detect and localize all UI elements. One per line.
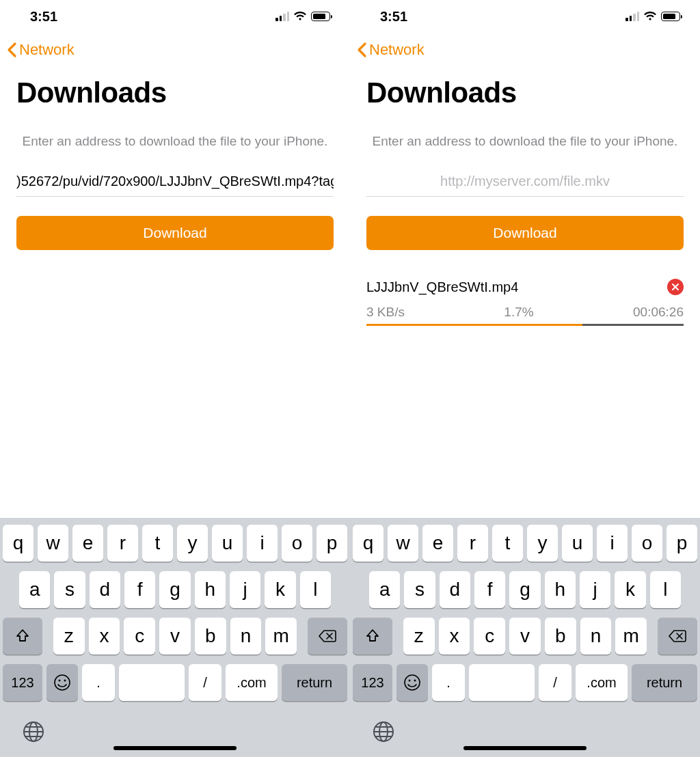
key-b[interactable]: b xyxy=(545,618,576,655)
download-filename: LJJJbnV_QBreSWtI.mp4 xyxy=(366,279,518,295)
emoji-key[interactable] xyxy=(46,664,78,701)
key-z[interactable]: z xyxy=(53,618,85,655)
key-h[interactable]: h xyxy=(195,571,226,608)
shift-icon xyxy=(15,629,30,644)
return-key[interactable]: return xyxy=(282,664,347,701)
download-item: LJJJbnV_QBreSWtI.mp4 3 KB/s 1.7% 00:06:2… xyxy=(350,279,700,326)
key-y[interactable]: y xyxy=(527,525,558,562)
key-g[interactable]: g xyxy=(159,571,190,608)
shift-key[interactable] xyxy=(353,618,392,655)
space-key[interactable] xyxy=(469,664,535,701)
key-w[interactable]: w xyxy=(38,525,68,562)
key-u[interactable]: u xyxy=(562,525,593,562)
key-t[interactable]: t xyxy=(142,525,173,562)
key-v[interactable]: v xyxy=(159,618,191,655)
home-indicator[interactable] xyxy=(463,746,587,750)
key-n[interactable]: n xyxy=(230,618,262,655)
key-q[interactable]: q xyxy=(3,525,33,562)
page-title: Downloads xyxy=(366,77,684,109)
download-button[interactable]: Download xyxy=(366,216,684,250)
dotcom-key[interactable]: .com xyxy=(226,664,278,701)
key-p[interactable]: p xyxy=(667,525,697,562)
backspace-key[interactable] xyxy=(308,618,347,655)
key-t[interactable]: t xyxy=(492,525,523,562)
key-x[interactable]: x xyxy=(439,618,470,655)
back-button[interactable]: Network xyxy=(7,41,75,59)
key-p[interactable]: p xyxy=(317,525,347,562)
key-c[interactable]: c xyxy=(124,618,155,655)
globe-icon[interactable] xyxy=(22,720,45,746)
key-j[interactable]: j xyxy=(580,571,610,608)
key-a[interactable]: a xyxy=(369,571,400,608)
key-q[interactable]: q xyxy=(353,525,383,562)
key-i[interactable]: i xyxy=(597,525,628,562)
emoji-icon xyxy=(53,674,71,691)
cellular-icon xyxy=(275,12,289,21)
hint-text: Enter an address to download the file to… xyxy=(366,134,684,149)
backspace-key[interactable] xyxy=(658,618,697,655)
wifi-icon xyxy=(643,12,657,21)
key-m[interactable]: m xyxy=(615,618,647,655)
home-indicator[interactable] xyxy=(113,746,237,750)
key-o[interactable]: o xyxy=(282,525,312,562)
key-f[interactable]: f xyxy=(474,571,505,608)
key-r[interactable]: r xyxy=(107,525,138,562)
key-b[interactable]: b xyxy=(195,618,226,655)
key-y[interactable]: y xyxy=(177,525,208,562)
key-w[interactable]: w xyxy=(388,525,418,562)
key-f[interactable]: f xyxy=(124,571,155,608)
backspace-icon xyxy=(318,629,337,643)
nav-bar: Network xyxy=(0,33,350,67)
globe-icon[interactable] xyxy=(372,720,395,746)
url-input[interactable] xyxy=(366,169,684,197)
key-c[interactable]: c xyxy=(474,618,505,655)
period-key[interactable]: . xyxy=(432,664,465,701)
key-v[interactable]: v xyxy=(509,618,541,655)
key-l[interactable]: l xyxy=(650,571,681,608)
key-s[interactable]: s xyxy=(54,571,85,608)
download-button[interactable]: Download xyxy=(16,216,334,250)
key-k[interactable]: k xyxy=(615,571,645,608)
key-r[interactable]: r xyxy=(457,525,488,562)
return-key[interactable]: return xyxy=(632,664,697,701)
key-l[interactable]: l xyxy=(300,571,331,608)
key-j[interactable]: j xyxy=(230,571,260,608)
space-key[interactable] xyxy=(119,664,185,701)
key-x[interactable]: x xyxy=(89,618,120,655)
svg-point-0 xyxy=(55,675,70,690)
key-g[interactable]: g xyxy=(509,571,540,608)
numeric-key[interactable]: 123 xyxy=(353,664,392,701)
key-k[interactable]: k xyxy=(265,571,295,608)
key-m[interactable]: m xyxy=(265,618,297,655)
key-h[interactable]: h xyxy=(545,571,576,608)
dotcom-key[interactable]: .com xyxy=(576,664,628,701)
key-e[interactable]: e xyxy=(72,525,103,562)
slash-key[interactable]: / xyxy=(189,664,221,701)
back-button[interactable]: Network xyxy=(357,41,425,59)
slash-key[interactable]: / xyxy=(539,664,571,701)
close-icon xyxy=(671,283,679,291)
key-s[interactable]: s xyxy=(404,571,435,608)
key-u[interactable]: u xyxy=(212,525,243,562)
shift-key[interactable] xyxy=(3,618,42,655)
key-d[interactable]: d xyxy=(440,571,470,608)
svg-point-2 xyxy=(64,680,66,682)
key-d[interactable]: d xyxy=(90,571,120,608)
key-n[interactable]: n xyxy=(580,618,612,655)
key-a[interactable]: a xyxy=(19,571,50,608)
status-icons xyxy=(275,12,332,21)
numeric-key[interactable]: 123 xyxy=(3,664,42,701)
hint-text: Enter an address to download the file to… xyxy=(16,134,334,149)
cancel-download-button[interactable] xyxy=(667,279,684,295)
period-key[interactable]: . xyxy=(82,664,115,701)
screen-left: 3:51 Network xyxy=(0,0,350,502)
key-e[interactable]: e xyxy=(422,525,453,562)
status-bar: 3:51 xyxy=(350,0,700,33)
keyboard[interactable]: qwertyuiopasdfghjklzxcvbnm123./.comretur… xyxy=(0,518,700,757)
key-o[interactable]: o xyxy=(632,525,662,562)
url-input[interactable] xyxy=(16,169,334,197)
emoji-key[interactable] xyxy=(396,664,428,701)
key-z[interactable]: z xyxy=(403,618,435,655)
status-time: 3:51 xyxy=(380,9,407,25)
key-i[interactable]: i xyxy=(247,525,278,562)
